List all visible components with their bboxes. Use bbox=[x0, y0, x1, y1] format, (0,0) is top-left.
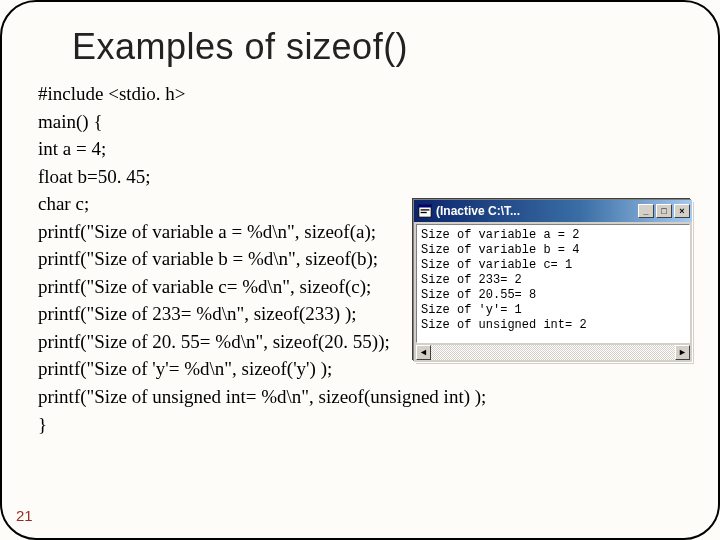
window-buttons: _ □ × bbox=[638, 204, 690, 218]
console-line: Size of variable a = 2 bbox=[421, 228, 579, 242]
console-line: Size of variable c= 1 bbox=[421, 258, 572, 272]
maximize-button[interactable]: □ bbox=[656, 204, 672, 218]
code-line: printf("Size of unsigned int= %d\n", siz… bbox=[38, 383, 690, 411]
svg-rect-3 bbox=[421, 212, 427, 213]
svg-rect-1 bbox=[419, 205, 431, 208]
page-number: 21 bbox=[16, 507, 33, 524]
titlebar[interactable]: (Inactive C:\T... _ □ × bbox=[414, 200, 692, 222]
code-line: float b=50. 45; bbox=[38, 163, 690, 191]
scroll-right-button[interactable]: ► bbox=[675, 345, 690, 360]
slide: Examples of sizeof() #include <stdio. h>… bbox=[0, 0, 720, 540]
code-line: #include <stdio. h> bbox=[38, 80, 690, 108]
console-line: Size of variable b = 4 bbox=[421, 243, 579, 257]
console-output: Size of variable a = 2 Size of variable … bbox=[416, 224, 690, 343]
scroll-track[interactable] bbox=[431, 345, 675, 360]
console-line: Size of 20.55= 8 bbox=[421, 288, 536, 302]
close-button[interactable]: × bbox=[674, 204, 690, 218]
console-window: (Inactive C:\T... _ □ × Size of variable… bbox=[414, 200, 692, 362]
code-line: main() { bbox=[38, 108, 690, 136]
console-line: Size of unsigned int= 2 bbox=[421, 318, 587, 332]
titlebar-text: (Inactive C:\T... bbox=[436, 204, 638, 218]
app-icon bbox=[418, 204, 432, 218]
minimize-button[interactable]: _ bbox=[638, 204, 654, 218]
scrollbar-horizontal[interactable]: ◄ ► bbox=[416, 345, 690, 360]
scroll-left-button[interactable]: ◄ bbox=[416, 345, 431, 360]
code-line: } bbox=[38, 411, 690, 439]
console-line: Size of 233= 2 bbox=[421, 273, 522, 287]
svg-rect-2 bbox=[421, 209, 430, 210]
console-line: Size of 'y'= 1 bbox=[421, 303, 522, 317]
slide-title: Examples of sizeof() bbox=[72, 26, 690, 68]
code-line: int a = 4; bbox=[38, 135, 690, 163]
